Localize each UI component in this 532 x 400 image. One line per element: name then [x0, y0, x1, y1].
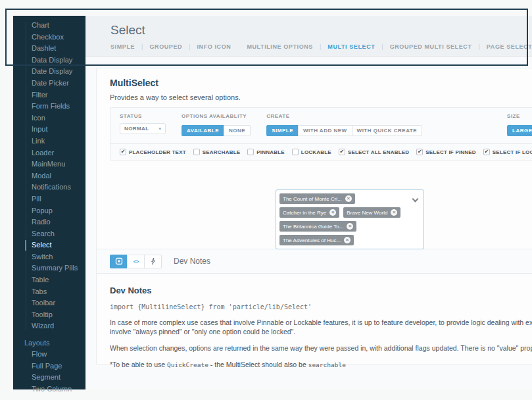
sidebar-item-icon[interactable]: Icon [13, 113, 85, 124]
dev-notes-footnote: *To be able to use QuickCreate - the Mul… [110, 360, 532, 370]
size-control: SIZE LARGEFULL [507, 113, 532, 136]
notes-tab-strip: <> Dev Notes [97, 249, 532, 274]
sidebar-item-date-picker[interactable]: Date Picker [13, 78, 85, 89]
sidebar-item-full-page[interactable]: Full Page [13, 361, 85, 372]
remove-option-icon[interactable]: × [329, 209, 336, 216]
tab-multiline-options[interactable]: MULTILINE OPTIONS [247, 43, 313, 50]
content-area: Select SIMPLE|GROUPED|INFO ICONMULTILINE… [85, 16, 532, 389]
chevron-down-icon[interactable] [412, 196, 419, 203]
sidebar-item-notifications[interactable]: Notifications [13, 182, 85, 193]
sidebar-item-mainmenu[interactable]: MainMenu [13, 159, 85, 170]
selected-option-pill: Catcher in the Rye× [279, 207, 339, 218]
sidebar-item-toolbar[interactable]: Toolbar [13, 297, 85, 309]
feature-checkbox-row: ✔PLACEHOLDER TEXT✔SEARCHABLE✔PINNABLE✔LO… [110, 144, 532, 160]
checkbox-select-if-pinned[interactable]: ✔SELECT IF PINNED [416, 149, 476, 155]
toggle-option-with-add-new[interactable]: WITH ADD NEW [298, 125, 352, 136]
tab-separator: | [479, 43, 480, 50]
checkbox-lockable[interactable]: ✔LOCKABLE [292, 149, 331, 155]
remove-option-icon[interactable]: × [345, 195, 352, 202]
checkbox-placeholder-text[interactable]: ✔PLACEHOLDER TEXT [120, 149, 186, 155]
footnote-code-searchable: searchable [308, 361, 346, 368]
dev-notes-paragraph: When selection changes, options are retu… [110, 343, 532, 353]
selected-option-pill: The Count of Monte Cri...× [279, 193, 355, 204]
sidebar-item-popup[interactable]: Popup [13, 205, 85, 217]
sidebar-item-checkbox[interactable]: Checkbox [13, 32, 85, 43]
checkbox-box[interactable]: ✔ [416, 149, 423, 155]
tab-grouped[interactable]: GROUPED [149, 43, 182, 50]
sidebar-item-loader[interactable]: Loader [13, 147, 85, 159]
checkbox-label: SELECT ALL ENABLED [348, 149, 409, 155]
selected-option-pill: The Britannica Guide To...× [279, 221, 356, 232]
dev-notes-section: Dev Notes import {MultilineSelect} from … [110, 274, 532, 370]
tab-page-select[interactable]: PAGE SELECT [487, 43, 532, 50]
checkbox-box[interactable]: ✔ [483, 149, 490, 155]
sidebar-item-data-display[interactable]: Data Display [13, 55, 85, 66]
sidebar-item-flow[interactable]: Flow [13, 349, 85, 361]
sidebar-components-list: ChartCheckboxDashletData DisplayDate Dis… [13, 20, 85, 332]
sidebar: ChartCheckboxDashletData DisplayDate Dis… [13, 16, 85, 389]
event-log-icon[interactable] [144, 255, 162, 268]
sidebar-item-segment[interactable]: Segment [13, 372, 85, 384]
checkbox-pinnable[interactable]: ✔PINNABLE [247, 149, 285, 155]
checkbox-box[interactable]: ✔ [292, 149, 299, 155]
sidebar-item-select[interactable]: Select [13, 239, 85, 251]
selected-option-pill: Brave New World× [343, 207, 400, 218]
sidebar-section-layouts: Layouts [13, 337, 85, 349]
status-select[interactable]: NORMAL ▾ [120, 123, 166, 134]
options-availability-toggle: AVAILABLENONE [181, 125, 251, 136]
component-preview: The Count of Monte Cri...×Catcher in the… [110, 161, 532, 249]
checkbox-searchable[interactable]: ✔SEARCHABLE [193, 149, 241, 155]
sidebar-item-pill[interactable]: Pill [13, 193, 85, 205]
component-card: MultiSelect Provides a way to select sev… [96, 68, 532, 365]
tab-separator: | [381, 43, 383, 50]
toggle-option-large[interactable]: LARGE [507, 125, 532, 136]
sidebar-item-tooltip[interactable]: Tooltip [13, 309, 85, 321]
remove-option-icon[interactable]: × [344, 237, 351, 243]
sidebar-item-date-display[interactable]: Date Display [13, 66, 85, 78]
dev-notes-paragraphs: In case of more complex use cases that i… [110, 318, 532, 353]
sidebar-item-dashlet[interactable]: Dashlet [13, 43, 85, 55]
remove-option-icon[interactable]: × [347, 223, 353, 230]
pill-label: The Britannica Guide To... [283, 224, 343, 230]
sidebar-item-table[interactable]: Table [13, 274, 85, 286]
controls-row: STATUS NORMAL ▾ OPTIONS AVAILABLITY AVAI… [110, 108, 532, 143]
checkbox-box[interactable]: ✔ [193, 149, 200, 155]
sidebar-item-tabs[interactable]: Tabs [13, 286, 85, 298]
sidebar-item-summary-pills[interactable]: Summary Pills [13, 262, 85, 274]
toggle-option-available[interactable]: AVAILABLE [181, 125, 224, 136]
sidebar-item-wizard[interactable]: Wizard [13, 320, 85, 332]
size-toggle: LARGEFULL [507, 125, 532, 136]
sidebar-item-two-column[interactable]: Two Column [13, 384, 85, 395]
toggle-option-with-quick-create[interactable]: WITH QUICK CREATE [352, 125, 422, 136]
tab-multi-select[interactable]: MULTI SELECT [327, 43, 375, 50]
sidebar-item-chart[interactable]: Chart [13, 20, 85, 32]
sidebar-item-input[interactable]: Input [13, 124, 85, 136]
checkbox-box[interactable]: ✔ [339, 149, 345, 155]
sidebar-item-filter[interactable]: Filter [13, 89, 85, 101]
status-select-value: NORMAL [124, 126, 149, 132]
checkbox-select-all-enabled[interactable]: ✔SELECT ALL ENABLED [339, 149, 409, 155]
sidebar-item-radio[interactable]: Radio [13, 216, 85, 228]
multiselect-field[interactable]: The Count of Monte Cri...×Catcher in the… [276, 189, 424, 249]
size-label: SIZE [507, 113, 532, 119]
tab-simple[interactable]: SIMPLE [110, 43, 135, 50]
sidebar-item-link[interactable]: Link [13, 136, 85, 147]
tab-grouped-multi-select[interactable]: GROUPED MULTI SELECT [390, 43, 472, 50]
component-preview-icon[interactable] [110, 255, 128, 268]
create-control: CREATE SIMPLEWITH ADD NEWWITH QUICK CREA… [266, 113, 422, 136]
checkbox-box[interactable]: ✔ [247, 149, 254, 155]
sidebar-item-switch[interactable]: Switch [13, 251, 85, 263]
tab-info-icon[interactable]: INFO ICON [197, 43, 231, 50]
remove-option-icon[interactable]: × [391, 209, 397, 216]
caret-down-icon: ▾ [158, 126, 161, 132]
toggle-option-none[interactable]: NONE [224, 125, 251, 136]
sidebar-item-form-fields[interactable]: Form Fields [13, 101, 85, 113]
import-statement: import {MultilineSelect} from 'particle/… [110, 303, 532, 311]
toggle-option-simple[interactable]: SIMPLE [266, 125, 299, 136]
sidebar-item-modal[interactable]: Modal [13, 170, 85, 182]
notes-strip-label: Dev Notes [174, 257, 210, 266]
checkbox-select-if-locked[interactable]: ✔SELECT IF LOCKED [483, 149, 532, 155]
code-icon[interactable]: <> [127, 255, 145, 268]
sidebar-item-search[interactable]: Search [13, 228, 85, 240]
checkbox-box[interactable]: ✔ [120, 149, 126, 155]
